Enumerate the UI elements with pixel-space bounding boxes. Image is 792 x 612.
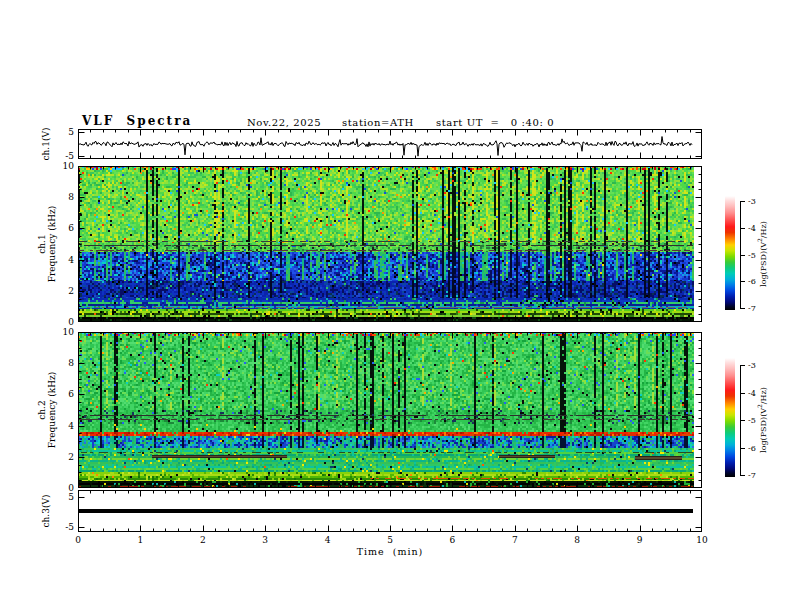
colorbar-tick-label: -5 [748, 250, 756, 259]
y-tick-label: 8 [68, 192, 74, 202]
vlf-spectra-figure: VLF Spectra Nov.22, 2025 station=ATH sta… [0, 0, 792, 612]
ch1-frequency-axis-label: ch.1 Frequency (kHz) [37, 206, 57, 283]
ch3-waveform-canvas [78, 490, 702, 532]
colorbar-ch2-gradient [725, 358, 735, 477]
y-tick-label: 0 [68, 317, 74, 327]
colorbar-tick [740, 365, 745, 366]
x-tick-label: 9 [637, 535, 643, 545]
x-tick-label: 5 [387, 535, 393, 545]
colorbar-ch2-psd-label: log(PSD)(V2/Hz) [756, 387, 768, 453]
colorbar-tick [740, 308, 745, 309]
colorbar-tick [740, 228, 745, 229]
y-tick-label: 4 [68, 255, 74, 265]
x-tick-label: 3 [262, 535, 268, 545]
y-tick-label: 10 [63, 327, 74, 337]
colorbar-tick-label: -3 [748, 197, 756, 206]
ch1-spectrogram-canvas [78, 166, 702, 322]
colorbar-ch1-psd-label: log(PSD)(V2/Hz) [756, 221, 768, 287]
y-tick-label: -5 [65, 522, 74, 532]
ch1-voltage-axis-label: ch.1(V) [41, 128, 51, 161]
y-tick-label: 5 [68, 127, 74, 137]
colorbar-tick-label: -3 [748, 361, 756, 370]
y-tick-label: -5 [65, 151, 74, 161]
colorbar-tick [740, 420, 745, 421]
station-label: station=ATH [342, 117, 414, 128]
x-tick-label: 1 [138, 535, 144, 545]
y-tick-label: 6 [68, 223, 74, 233]
colorbar-tick [740, 448, 745, 449]
colorbar-tick-label: -7 [748, 304, 756, 313]
figure-title: VLF Spectra [82, 114, 192, 128]
colorbar-tick-label: -5 [748, 416, 756, 425]
ch2-frequency-axis-label: ch.2 Frequency (kHz) [37, 372, 57, 449]
colorbar-ch1-gradient [725, 196, 735, 310]
ch3-voltage-axis-label: ch.3(V) [41, 495, 51, 528]
y-tick-label: 8 [68, 358, 74, 368]
y-tick-label: 2 [68, 286, 74, 296]
time-axis-label: Time (min) [357, 546, 424, 557]
y-tick-label: 6 [68, 389, 74, 399]
colorbar-tick-label: -6 [748, 277, 756, 286]
y-tick-label: 10 [63, 161, 74, 171]
date-label: Nov.22, 2025 [247, 117, 321, 128]
x-tick-label: 2 [200, 535, 206, 545]
colorbar-tick [740, 475, 745, 476]
x-tick-label: 4 [325, 535, 331, 545]
x-tick-label: 6 [450, 535, 456, 545]
colorbar-tick-label: -4 [748, 223, 756, 232]
x-tick-label: 10 [696, 535, 707, 545]
colorbar-tick-label: -7 [748, 471, 756, 480]
colorbar-tick [740, 255, 745, 256]
ch2-spectrogram-canvas [78, 332, 702, 488]
y-tick-label: 4 [68, 421, 74, 431]
ch1-waveform-canvas [78, 129, 702, 159]
colorbar-tick-label: -6 [748, 443, 756, 452]
y-tick-label: 5 [68, 492, 74, 502]
x-tick-label: 8 [574, 535, 580, 545]
colorbar-tick [740, 393, 745, 394]
colorbar-tick [740, 281, 745, 282]
colorbar-tick [740, 201, 745, 202]
y-tick-label: 2 [68, 452, 74, 462]
colorbar-tick-label: -4 [748, 388, 756, 397]
x-tick-label: 0 [75, 535, 81, 545]
start-ut-label: start UT = 0 :40: 0 [436, 117, 554, 128]
x-tick-label: 7 [512, 535, 518, 545]
